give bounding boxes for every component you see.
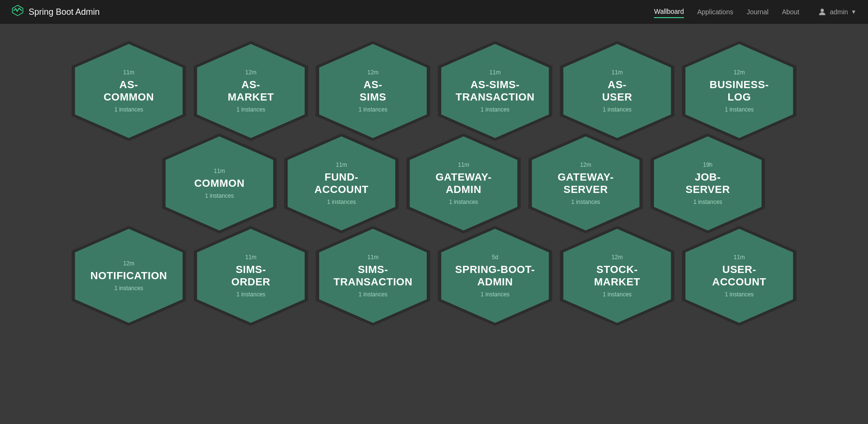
hex-instances: 1 instances — [327, 199, 356, 205]
nav-user[interactable]: admin ▼ — [817, 7, 857, 17]
hex-time: 11m — [489, 69, 500, 76]
hex-outer: 11m FUND-ACCOUNT 1 instances — [284, 133, 399, 233]
hex-instances: 1 instances — [237, 106, 266, 113]
svg-point-1 — [821, 9, 824, 12]
hex-instances: 1 instances — [359, 291, 388, 298]
user-label: admin — [830, 8, 848, 16]
hex-name: AS-SIMS-TRANSACTION — [455, 79, 535, 104]
nav-wallboard[interactable]: Wallboard — [654, 6, 684, 18]
hex-name: AS-COMMON — [103, 79, 154, 104]
hex-inner: 12m AS-MARKET 1 instances — [197, 44, 305, 138]
nav-journal[interactable]: Journal — [746, 6, 768, 18]
hex-inner: 11m AS-USER 1 instances — [563, 44, 671, 138]
hex-inner: 12m BUSINESS-LOG 1 instances — [685, 44, 793, 138]
hex-time: 11m — [611, 69, 622, 76]
hex-outer: 12m BUSINESS-LOG 1 instances — [682, 41, 796, 141]
hex-inner: 12m GATEWAY-SERVER 1 instances — [532, 136, 640, 230]
hex-instances: 1 instances — [205, 192, 234, 199]
hex-tile[interactable]: 11m FUND-ACCOUNT 1 instances — [284, 133, 399, 233]
hex-tile[interactable]: 12m AS-MARKET 1 instances — [194, 41, 308, 141]
hex-inner: 12m AS-SIMS 1 instances — [319, 44, 427, 138]
hex-instances: 1 instances — [725, 106, 754, 113]
hex-inner: 11m USER-ACCOUNT 1 instances — [685, 229, 793, 323]
hex-tile[interactable]: 11m AS-COMMON 1 instances — [72, 41, 186, 141]
hex-inner: 12m STOCK-MARKET 1 instances — [563, 229, 671, 323]
hex-time: 12m — [245, 69, 256, 76]
brand-icon — [11, 4, 24, 20]
hex-time: 11m — [245, 254, 256, 261]
hex-inner: 19h JOB-SERVER 1 instances — [654, 136, 762, 230]
hex-tile[interactable]: 12m BUSINESS-LOG 1 instances — [682, 41, 796, 141]
hex-inner: 5d SPRING-BOOT-ADMIN 1 instances — [441, 229, 549, 323]
hex-name: FUND-ACCOUNT — [314, 171, 369, 196]
hex-instances: 1 instances — [237, 291, 266, 298]
hex-outer: 12m GATEWAY-SERVER 1 instances — [528, 133, 643, 233]
hex-outer: 11m USER-ACCOUNT 1 instances — [682, 226, 796, 326]
hex-tile[interactable]: 11m AS-SIMS-TRANSACTION 1 instances — [438, 41, 552, 141]
hex-outer: 11m AS-USER 1 instances — [560, 41, 674, 141]
hex-time: 19h — [703, 162, 713, 168]
hex-outer: 12m AS-MARKET 1 instances — [194, 41, 308, 141]
hex-name: COMMON — [194, 177, 245, 190]
hex-tile[interactable]: 5d SPRING-BOOT-ADMIN 1 instances — [438, 226, 552, 326]
hex-time: 11m — [734, 254, 744, 261]
hex-tile[interactable]: 11m AS-USER 1 instances — [560, 41, 674, 141]
hex-instances: 1 instances — [571, 199, 600, 205]
hex-name: AS-MARKET — [227, 79, 274, 104]
hex-tile[interactable]: 11m SIMS-ORDER 1 instances — [194, 226, 308, 326]
hex-tile[interactable]: 11m GATEWAY-ADMIN 1 instances — [406, 133, 521, 233]
hex-outer: 11m GATEWAY-ADMIN 1 instances — [406, 133, 521, 233]
hex-name: JOB-SERVER — [685, 171, 730, 196]
nav-applications[interactable]: Applications — [697, 6, 734, 18]
hex-inner: 12m NOTIFICATION 1 instances — [75, 229, 183, 323]
hex-tile[interactable]: 19h JOB-SERVER 1 instances — [651, 133, 765, 233]
hex-instances: 1 instances — [359, 106, 388, 113]
hex-inner: 11m AS-SIMS-TRANSACTION 1 instances — [441, 44, 549, 138]
hex-time: 11m — [367, 254, 378, 261]
hex-outer: 11m COMMON 1 instances — [162, 133, 277, 233]
hex-row-3: 12m NOTIFICATION 1 instances 11m SIMS-OR… — [19, 223, 849, 329]
hex-name: SIMS-TRANSACTION — [333, 263, 413, 289]
hex-time: 11m — [336, 162, 347, 168]
navbar: Spring Boot Admin Wallboard Applications… — [0, 0, 868, 24]
hex-outer: 19h JOB-SERVER 1 instances — [651, 133, 765, 233]
hex-time: 12m — [367, 69, 378, 76]
hex-inner: 11m SIMS-TRANSACTION 1 instances — [319, 229, 427, 323]
user-avatar-icon — [817, 7, 827, 17]
hex-inner: 11m COMMON 1 instances — [165, 136, 273, 230]
hex-tile[interactable]: 12m AS-SIMS 1 instances — [316, 41, 430, 141]
hex-tile[interactable]: 11m SIMS-TRANSACTION 1 instances — [316, 226, 430, 326]
nav-about[interactable]: About — [782, 6, 799, 18]
hex-outer: 5d SPRING-BOOT-ADMIN 1 instances — [438, 226, 552, 326]
hex-tile[interactable]: 12m GATEWAY-SERVER 1 instances — [528, 133, 643, 233]
hex-time: 11m — [123, 69, 134, 76]
hex-time: 11m — [214, 168, 225, 174]
hex-instances: 1 instances — [693, 199, 723, 205]
hex-inner: 11m SIMS-ORDER 1 instances — [197, 229, 305, 323]
hex-name: AS-USER — [602, 79, 632, 104]
hex-outer: 12m AS-SIMS 1 instances — [316, 41, 430, 141]
hex-tile[interactable]: 11m USER-ACCOUNT 1 instances — [682, 226, 796, 326]
brand-title: Spring Boot Admin — [29, 7, 100, 17]
hex-instances: 1 instances — [481, 291, 510, 298]
hex-instances: 1 instances — [725, 291, 754, 298]
hex-outer: 11m SIMS-TRANSACTION 1 instances — [316, 226, 430, 326]
hex-tile[interactable]: 12m STOCK-MARKET 1 instances — [560, 226, 674, 326]
hex-row-1: 11m AS-COMMON 1 instances 12m AS-MARKET … — [19, 38, 849, 144]
hex-name: BUSINESS-LOG — [710, 79, 769, 104]
navbar-nav: Wallboard Applications Journal About adm… — [654, 6, 857, 18]
hex-time: 12m — [611, 254, 622, 261]
hex-outer: 11m AS-COMMON 1 instances — [72, 41, 186, 141]
hex-instances: 1 instances — [481, 106, 510, 113]
hex-tile[interactable]: 11m COMMON 1 instances — [162, 133, 277, 233]
hex-time: 12m — [734, 69, 744, 76]
hex-instances: 1 instances — [603, 106, 632, 113]
hex-outer: 12m STOCK-MARKET 1 instances — [560, 226, 674, 326]
hex-outer: 11m SIMS-ORDER 1 instances — [194, 226, 308, 326]
hex-tile[interactable]: 12m NOTIFICATION 1 instances — [72, 226, 186, 326]
hex-instances: 1 instances — [114, 285, 144, 292]
hex-outer: 11m AS-SIMS-TRANSACTION 1 instances — [438, 41, 552, 141]
hex-name: NOTIFICATION — [91, 270, 167, 282]
hex-outer: 12m NOTIFICATION 1 instances — [72, 226, 186, 326]
hex-time: 11m — [458, 162, 469, 168]
